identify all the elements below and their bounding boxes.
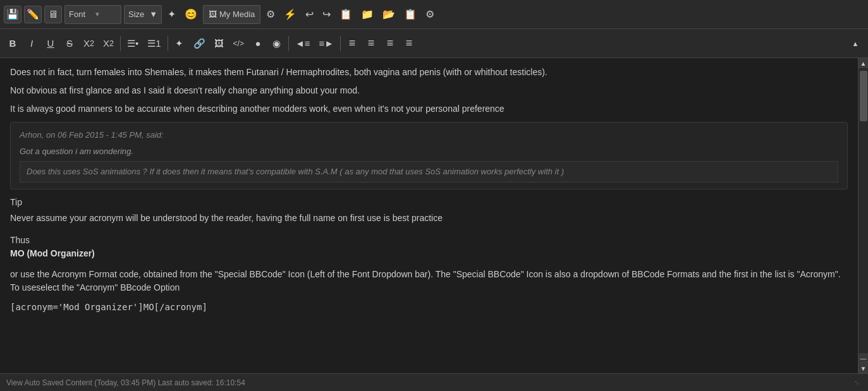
bbcode2-button[interactable]: ⚡	[281, 6, 300, 22]
redo-button[interactable]: ↪	[319, 6, 334, 22]
scrollbar-thumb[interactable]	[860, 71, 867, 121]
special-bbcode-button[interactable]: ✦	[171, 35, 188, 52]
thus-body: MO (Mod Organizer)	[10, 247, 848, 260]
code-button[interactable]: </>	[229, 35, 248, 52]
font-dropdown-arrow: ▼	[94, 11, 117, 18]
subscript-button[interactable]: X2	[80, 35, 98, 52]
block-button[interactable]: ◉	[268, 35, 286, 52]
thus-heading: Thus	[10, 234, 848, 247]
align-center-button[interactable]: ≡	[362, 35, 380, 52]
bbcode1-button[interactable]: ⚙	[263, 6, 278, 22]
acronym-code: [acronym='Mod Organizer']MO[/acronym]	[10, 301, 848, 314]
folder2-button[interactable]: 📂	[379, 6, 398, 22]
size-dropdown[interactable]: Size ▼	[124, 5, 162, 24]
toolbar-row1: 💾 ✏️ 🖥 Font ▼ Size ▼ ✦ 😊 🖼 My Media ⚙ ⚡ …	[0, 0, 868, 29]
folder3-button[interactable]: 📋	[401, 6, 420, 22]
sep4	[340, 36, 341, 51]
spoiler-button[interactable]: ●	[249, 35, 267, 52]
media-icon: 🖼	[209, 9, 217, 19]
toolbar-scroll-right: ▲	[847, 35, 864, 52]
save-button[interactable]: 💾	[4, 6, 21, 23]
status-text: View Auto Saved Content (Today, 03:45 PM…	[6, 378, 245, 387]
size-label: Size	[128, 9, 144, 19]
sep1	[120, 36, 121, 51]
special-format-button[interactable]: ✦	[164, 6, 179, 22]
ordered-list-button[interactable]: ☰1	[144, 35, 164, 52]
quote-line1: Got a question i am wondering.	[20, 145, 838, 158]
indent-more-button[interactable]: ≡►	[315, 35, 338, 52]
tip-body: Never assume your acronym will be unders…	[10, 212, 848, 225]
font-dropdown[interactable]: Font ▼	[64, 5, 121, 24]
editor-content[interactable]: Does not in fact, turn females into Shem…	[0, 58, 858, 373]
indent-less-button[interactable]: ◄≡	[291, 35, 314, 52]
tip-heading: Tip	[10, 196, 848, 209]
pencil-button[interactable]: ✏️	[24, 6, 42, 23]
gear-button[interactable]: ⚙	[422, 6, 437, 22]
scroll-middle-arrow[interactable]: —	[859, 353, 869, 363]
scroll-up-button[interactable]: ▲	[847, 35, 864, 52]
paragraph1: Does not in fact, turn females into Shem…	[10, 66, 848, 79]
paragraph2: Not obvious at first glance and as I sai…	[10, 84, 848, 97]
my-media-label: My Media	[219, 9, 255, 19]
undo-button[interactable]: ↩	[302, 6, 317, 22]
copy-button[interactable]: 📋	[336, 6, 355, 22]
underline-button[interactable]: U	[42, 35, 59, 52]
smiley-button[interactable]: 😊	[181, 6, 200, 22]
status-bar: View Auto Saved Content (Today, 03:45 PM…	[0, 373, 868, 391]
superscript-button[interactable]: X2	[99, 35, 118, 52]
or-text: or use the Acronym Format code, obtained…	[10, 268, 848, 294]
unordered-list-button[interactable]: ☰•	[123, 35, 142, 52]
link-button[interactable]: 🔗	[190, 35, 209, 52]
sep2	[168, 36, 168, 51]
folder1-button[interactable]: 📁	[358, 6, 377, 22]
editor-scrollbar[interactable]: ▲ — ▼	[858, 58, 868, 373]
font-label: Font	[69, 9, 92, 19]
editor-wrapper: Does not in fact, turn females into Shem…	[0, 58, 868, 373]
toolbar-row2: B I U S X2 X2 ☰• ☰1 ✦ 🔗 🖼 </> ● ◉ ◄≡ ≡► …	[0, 29, 868, 58]
paragraph3: It is always good manners to be accurate…	[10, 102, 848, 116]
quote-header: Arhon, on 06 Feb 2015 - 1:45 PM, said:	[20, 129, 838, 141]
strikethrough-button[interactable]: S	[61, 35, 78, 52]
align-left-button[interactable]: ≡	[343, 35, 361, 52]
my-media-button[interactable]: 🖼 My Media	[203, 5, 260, 24]
size-dropdown-arrow: ▼	[149, 9, 157, 19]
blockquote: Arhon, on 06 Feb 2015 - 1:45 PM, said: G…	[10, 122, 848, 189]
italic-button[interactable]: I	[23, 35, 40, 52]
image-button[interactable]: 🖼	[211, 35, 228, 52]
scroll-down-arrow[interactable]: ▼	[859, 363, 869, 373]
align-right-button[interactable]: ≡	[381, 35, 399, 52]
quote-inner: Does this uses SoS animations ? If it do…	[20, 161, 838, 183]
scroll-up-arrow[interactable]: ▲	[859, 58, 869, 68]
justify-button[interactable]: ≡	[400, 35, 418, 52]
bold-button[interactable]: B	[4, 35, 21, 52]
monitor-button[interactable]: 🖥	[44, 6, 62, 23]
sep3	[288, 36, 289, 51]
resize-handle[interactable]: ⤡	[852, 378, 862, 388]
